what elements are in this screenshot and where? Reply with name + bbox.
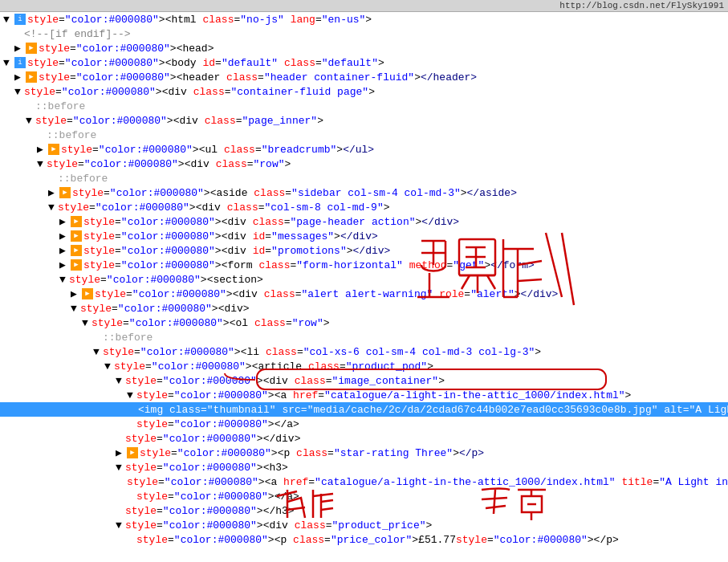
code-line[interactable]: ::before [0, 99, 728, 113]
code-text: style="color:#000080"><div class="col-sm… [58, 202, 390, 214]
code-text: <img class="thumbnail" src="media/cache/… [138, 404, 728, 416]
code-text: ::before [35, 100, 85, 112]
code-text: style="color:#000080"><html class="no-js… [27, 14, 372, 26]
element-icon-orange[interactable]: ▶ [48, 144, 59, 155]
code-line[interactable]: ▶ ▶style="color:#000080"><div class="pag… [0, 214, 728, 229]
code-text: style="color:#000080"><aside class="side… [72, 187, 467, 199]
collapse-arrow[interactable]: ▼ [116, 519, 125, 531]
code-line[interactable]: ▶ ▶style="color:#000080"><header class="… [0, 70, 728, 84]
element-icon-orange[interactable]: ▶ [71, 259, 82, 271]
element-icon-orange[interactable]: ▶ [71, 216, 82, 227]
code-text: style="color:#000080"><h3> [125, 462, 288, 474]
closing-tag: </p> [459, 447, 484, 459]
closing-tag: </ul> [343, 144, 374, 156]
code-line[interactable]: ▶ ▶style="color:#000080"><aside class="s… [0, 185, 728, 200]
collapse-arrow[interactable]: ▼ [104, 360, 114, 373]
collapse-arrow[interactable]: ▶ [14, 71, 24, 83]
code-line[interactable]: <!--[if endif]--> [0, 26, 728, 41]
code-line[interactable]: ▼ style="color:#000080"><div class="cont… [0, 84, 728, 99]
collapse-arrow[interactable]: ▼ [48, 202, 58, 214]
element-icon-orange[interactable]: ▶ [71, 245, 82, 256]
collapse-arrow[interactable]: ▼ [37, 158, 47, 170]
code-line[interactable]: ▼ style="color:#000080"><div class="imag… [0, 373, 728, 388]
collapse-arrow[interactable]: ▶ [14, 42, 24, 55]
code-text: style="color:#000080"><div class="alert … [95, 288, 521, 300]
code-line[interactable]: ▶ ▶style="color:#000080"><div id="promot… [0, 243, 728, 258]
collapse-arrow[interactable]: ▶ [116, 446, 125, 459]
code-line[interactable]: ▼ style="color:#000080"><article class="… [0, 359, 728, 373]
code-line[interactable]: ::before [0, 128, 728, 142]
collapse-arrow[interactable]: ▼ [93, 346, 103, 358]
element-icon-orange[interactable]: ▶ [127, 447, 138, 458]
collapse-arrow[interactable]: ▼ [116, 462, 125, 474]
closing-tag: </header> [421, 71, 477, 83]
element-icon-blue[interactable]: i [14, 14, 26, 25]
code-text: style="color:#000080"><ol class="row"> [92, 317, 330, 329]
code-line[interactable]: ::before [0, 330, 728, 344]
collapse-arrow[interactable]: ▶ [71, 287, 80, 300]
code-text: style="color:#000080"><div class="row"> [47, 158, 291, 170]
code-line[interactable]: ▶ ▶style="color:#000080"><head> [0, 41, 728, 55]
code-line[interactable]: ▶ ▶style="color:#000080"><form class="fo… [0, 258, 728, 272]
code-line[interactable]: ▼ style="color:#000080"><div> [0, 301, 728, 316]
code-line[interactable]: style="color:#000080"></a> [0, 417, 728, 431]
code-line[interactable]: ▼ style="color:#000080"><h3> [0, 460, 728, 474]
collapse-arrow[interactable]: ▼ [3, 14, 13, 26]
code-text: style="color:#000080"><div class="produc… [125, 519, 432, 531]
collapse-arrow[interactable]: ▼ [127, 389, 136, 401]
code-text: style="color:#000080"><header class="hea… [39, 71, 421, 83]
collapse-arrow[interactable]: ▶ [59, 244, 69, 257]
code-line[interactable]: style="color:#000080"></h3> [0, 503, 728, 518]
code-line[interactable]: style="color:#000080"><p class="price_co… [0, 532, 728, 547]
element-icon-orange[interactable]: ▶ [59, 187, 71, 198]
code-line[interactable]: style="color:#000080"><a href="catalogue… [0, 474, 728, 489]
closing-tag: </form> [490, 259, 535, 271]
code-line[interactable]: ▼ style="color:#000080"><ol class="row"> [0, 316, 728, 330]
collapse-arrow[interactable]: ▼ [82, 317, 92, 329]
code-line[interactable]: ▶ ▶style="color:#000080"><div class="ale… [0, 287, 728, 301]
code-text: style="color:#000080"><article class="pr… [114, 360, 433, 373]
closing-tag: </div> [340, 230, 378, 242]
collapse-arrow[interactable]: ▼ [26, 115, 35, 127]
code-line[interactable]: ▼ style="color:#000080"><section> [0, 272, 728, 287]
element-icon-orange[interactable]: ▶ [26, 71, 37, 83]
code-line[interactable]: ▼ style="color:#000080"><div class="col-… [0, 200, 728, 214]
code-line[interactable]: style="color:#000080"></a> [0, 489, 728, 503]
collapse-arrow[interactable]: ▼ [71, 303, 80, 315]
code-text: style="color:#000080"><head> [39, 43, 214, 55]
collapse-arrow[interactable]: ▶ [59, 230, 69, 242]
code-line[interactable]: ::before [0, 171, 728, 185]
code-text: ::before [47, 129, 96, 141]
collapse-arrow[interactable]: ▶ [59, 215, 69, 228]
element-icon-blue[interactable]: i [14, 57, 26, 68]
element-icon-orange[interactable]: ▶ [82, 288, 93, 299]
element-icon-orange[interactable]: ▶ [26, 43, 37, 54]
collapse-arrow[interactable]: ▶ [37, 143, 47, 156]
code-line[interactable]: ▶ ▶style="color:#000080"><div id="messag… [0, 229, 728, 243]
collapse-arrow[interactable]: ▼ [59, 274, 69, 286]
code-line[interactable]: ▶ ▶style="color:#000080"><ul class="brea… [0, 142, 728, 157]
code-text: style="color:#000080"><a href="catalogue… [136, 389, 631, 401]
code-text: style="color:#000080"><div class="page_i… [35, 115, 323, 127]
code-line[interactable]: ▼ istyle="color:#000080"><html class="no… [0, 12, 728, 26]
collapse-arrow[interactable]: ▼ [116, 375, 125, 387]
code-line[interactable]: ▼ style="color:#000080"><div class="prod… [0, 518, 728, 532]
collapse-arrow[interactable]: ▶ [59, 259, 69, 271]
code-text: style="color:#000080"><div class="page-h… [83, 216, 421, 228]
code-line[interactable]: ▼ style="color:#000080"><a href="catalog… [0, 388, 728, 402]
code-text: style="color:#000080"><p class="price_co… [136, 534, 619, 546]
collapse-arrow[interactable]: ▼ [3, 57, 13, 69]
code-line[interactable]: style="color:#000080"></div> [0, 431, 728, 446]
code-line[interactable]: ▼ style="color:#000080"><div class="row"… [0, 157, 728, 171]
element-icon-orange[interactable]: ▶ [71, 230, 82, 242]
collapse-arrow[interactable]: ▶ [48, 186, 58, 199]
code-text: style="color:#000080"><div class="image_… [125, 375, 445, 387]
code-line[interactable]: ▼ style="color:#000080"><li class="col-x… [0, 344, 728, 359]
code-text: style="color:#000080"><body id="default"… [27, 57, 384, 69]
code-line[interactable]: ▶ ▶style="color:#000080"><p class="star-… [0, 446, 728, 460]
code-line[interactable]: ▼ istyle="color:#000080"><body id="defau… [0, 55, 728, 70]
closing-tag: </div> [353, 245, 391, 257]
collapse-arrow[interactable]: ▼ [14, 86, 24, 98]
code-line[interactable]: ▼ style="color:#000080"><div class="page… [0, 113, 728, 128]
code-line[interactable]: <img class="thumbnail" src="media/cache/… [0, 402, 728, 417]
